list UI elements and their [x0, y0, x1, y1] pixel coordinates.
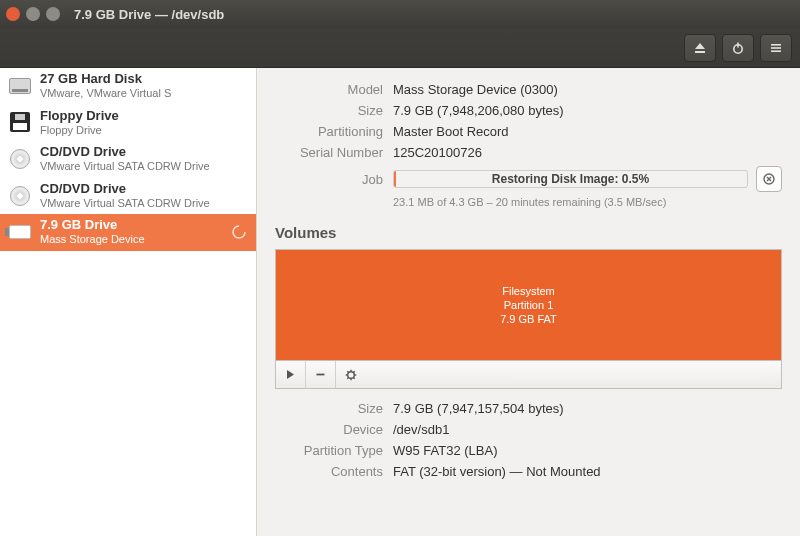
- minus-icon: [315, 369, 326, 380]
- vol-device-label: Device: [275, 422, 383, 437]
- vol-ptype-value: W95 FAT32 (LBA): [393, 443, 782, 458]
- vol-ptype-label: Partition Type: [275, 443, 383, 458]
- cd-icon: [8, 184, 32, 208]
- serial-label: Serial Number: [275, 145, 383, 160]
- svg-line-13: [354, 377, 355, 378]
- device-sub: Mass Storage Device: [40, 233, 145, 246]
- svg-rect-1: [737, 42, 739, 47]
- device-sub: VMware Virtual SATA CDRW Drive: [40, 160, 210, 173]
- window-title: 7.9 GB Drive — /dev/sdb: [74, 7, 224, 22]
- vol-size-label: Size: [275, 401, 383, 416]
- device-sub: VMware, VMware Virtual S: [40, 87, 171, 100]
- partitioning-value: Master Boot Record: [393, 124, 782, 139]
- usb-icon: [8, 220, 32, 244]
- header-toolbar: [0, 28, 800, 68]
- play-icon: [285, 369, 296, 380]
- svg-rect-2: [771, 44, 781, 46]
- hamburger-icon: [769, 41, 783, 55]
- power-icon: [731, 41, 745, 55]
- gear-icon: [345, 369, 357, 381]
- volume-line3: 7.9 GB FAT: [500, 312, 557, 326]
- device-name: Floppy Drive: [40, 109, 119, 124]
- power-button[interactable]: [722, 34, 754, 62]
- volume-partition[interactable]: Filesystem Partition 1 7.9 GB FAT: [275, 249, 782, 361]
- size-label: Size: [275, 103, 383, 118]
- vol-device-value: /dev/sdb1: [393, 422, 782, 437]
- vol-size-value: 7.9 GB (7,947,157,504 bytes): [393, 401, 782, 416]
- svg-line-12: [347, 371, 348, 372]
- device-name: CD/DVD Drive: [40, 145, 210, 160]
- model-value: Mass Storage Device (0300): [393, 82, 782, 97]
- cancel-icon: [763, 173, 775, 185]
- volume-toolbar: [275, 361, 782, 389]
- partition-settings-button[interactable]: [336, 361, 366, 388]
- menu-button[interactable]: [760, 34, 792, 62]
- window-close-button[interactable]: [6, 7, 20, 21]
- size-value: 7.9 GB (7,948,206,080 bytes): [393, 103, 782, 118]
- eject-icon: [693, 41, 707, 55]
- svg-rect-4: [771, 50, 781, 52]
- model-label: Model: [275, 82, 383, 97]
- job-label: Job: [275, 172, 383, 187]
- sidebar-item-cd2[interactable]: CD/DVD Drive VMware Virtual SATA CDRW Dr…: [0, 178, 256, 215]
- volumes-heading: Volumes: [275, 224, 782, 241]
- svg-point-7: [348, 371, 355, 378]
- floppy-icon: [8, 110, 32, 134]
- device-name: 7.9 GB Drive: [40, 218, 145, 233]
- window-maximize-button[interactable]: [46, 7, 60, 21]
- mount-button[interactable]: [276, 361, 306, 388]
- svg-rect-6: [317, 374, 325, 376]
- device-sub: Floppy Drive: [40, 124, 119, 137]
- eject-button[interactable]: [684, 34, 716, 62]
- volume-line2: Partition 1: [500, 298, 557, 312]
- device-name: CD/DVD Drive: [40, 182, 210, 197]
- cd-icon: [8, 147, 32, 171]
- partitioning-label: Partitioning: [275, 124, 383, 139]
- svg-line-14: [347, 377, 348, 378]
- svg-line-15: [354, 371, 355, 372]
- device-sidebar: 27 GB Hard Disk VMware, VMware Virtual S…: [0, 68, 257, 536]
- sidebar-item-cd1[interactable]: CD/DVD Drive VMware Virtual SATA CDRW Dr…: [0, 141, 256, 178]
- spinner-icon: [230, 223, 248, 241]
- device-sub: VMware Virtual SATA CDRW Drive: [40, 197, 210, 210]
- window-minimize-button[interactable]: [26, 7, 40, 21]
- job-row: Job Restoring Disk Image: 0.5%: [275, 166, 782, 192]
- job-detail-text: 23.1 MB of 4.3 GB – 20 minutes remaining…: [393, 196, 782, 208]
- vol-contents-label: Contents: [275, 464, 383, 479]
- job-cancel-button[interactable]: [756, 166, 782, 192]
- svg-rect-3: [771, 47, 781, 49]
- remove-partition-button[interactable]: [306, 361, 336, 388]
- sidebar-item-floppy[interactable]: Floppy Drive Floppy Drive: [0, 105, 256, 142]
- sidebar-item-usb[interactable]: 7.9 GB Drive Mass Storage Device: [0, 214, 256, 251]
- serial-value: 125C20100726: [393, 145, 782, 160]
- window-titlebar: 7.9 GB Drive — /dev/sdb: [0, 0, 800, 28]
- hdd-icon: [8, 74, 32, 98]
- vol-contents-value: FAT (32-bit version) — Not Mounted: [393, 464, 782, 479]
- device-name: 27 GB Hard Disk: [40, 72, 171, 87]
- details-panel: ModelMass Storage Device (0300) Size7.9 …: [257, 68, 800, 536]
- sidebar-item-hdd[interactable]: 27 GB Hard Disk VMware, VMware Virtual S: [0, 68, 256, 105]
- job-progress-bar: Restoring Disk Image: 0.5%: [393, 170, 748, 188]
- volume-line1: Filesystem: [500, 284, 557, 298]
- job-progress-text: Restoring Disk Image: 0.5%: [492, 172, 649, 186]
